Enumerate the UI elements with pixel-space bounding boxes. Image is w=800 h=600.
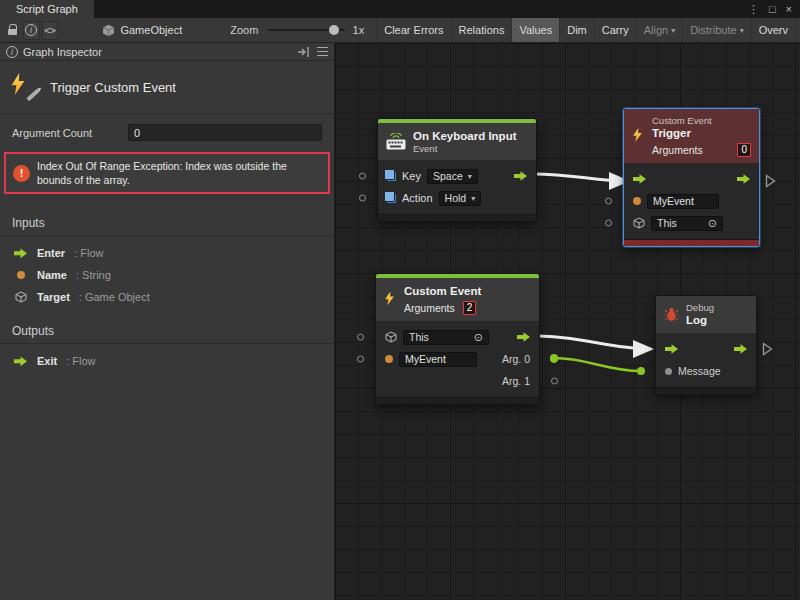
arguments-count-badge: 2 (463, 301, 477, 315)
gameobject-selector[interactable]: GameObject (102, 24, 182, 37)
align-button[interactable]: Align▾ (636, 18, 682, 42)
play-triangle-icon (762, 342, 773, 356)
unit-title-row: Trigger Custom Event (0, 61, 334, 114)
graph-canvas[interactable]: On Keyboard Input Event Key Space ▾ (335, 43, 800, 600)
node-footer (378, 214, 536, 221)
argument-count-input[interactable] (128, 124, 322, 141)
node-custom-event-arguments[interactable]: Custom Event Arguments 2 (375, 273, 540, 405)
node-title: Trigger (652, 126, 751, 140)
carry-button[interactable]: Carry (594, 18, 636, 42)
node-header: Custom Event Trigger Arguments 0 (624, 109, 759, 163)
value-input-port[interactable] (359, 195, 366, 202)
string-port-icon (385, 355, 393, 363)
overview-button[interactable]: Overv (751, 18, 796, 42)
value-input-port[interactable] (359, 173, 366, 180)
tab-script-graph[interactable]: Script Graph (0, 0, 94, 18)
relations-button[interactable]: Relations (451, 18, 512, 42)
graph-inspector-header: Graph Inspector (0, 43, 334, 61)
port-row-flow (624, 168, 759, 190)
toolbar-buttons: Clear Errors Relations Values Dim Carry … (376, 18, 796, 42)
keyboard-input-icon (386, 133, 406, 150)
flow-output-port[interactable] (517, 332, 530, 343)
zoom-slider[interactable] (268, 29, 344, 31)
node-trigger-custom-event[interactable]: Custom Event Trigger Arguments 0 (623, 108, 760, 247)
wire-arg0-to-message[interactable] (554, 358, 641, 371)
graph-inspector-panel: Graph Inspector Trigger Custom Event Arg… (0, 43, 335, 600)
message-port-icon[interactable] (665, 368, 672, 375)
gameobject-cube-icon (15, 291, 27, 303)
node-subtitle: Event (413, 143, 528, 154)
values-button[interactable]: Values (511, 18, 559, 42)
flow-input-port[interactable] (633, 174, 646, 185)
flow-arrow-icon (14, 248, 27, 259)
node-error-footer (624, 239, 759, 246)
code-icon (44, 25, 56, 36)
maximize-icon[interactable]: □ (769, 3, 776, 15)
titlebar: Script Graph ⋮ □ × (0, 0, 800, 18)
flow-input-port[interactable] (665, 344, 678, 355)
arg0-output-port[interactable] (550, 355, 558, 363)
value-input-port[interactable] (605, 220, 612, 227)
window-menu-icon[interactable]: ⋮ (748, 3, 759, 16)
info-icon (6, 46, 18, 58)
port-row-name-arg0: MyEvent Arg. 0 (376, 348, 539, 370)
target-dropdown[interactable]: This ⊙ (403, 330, 489, 345)
wire-arguments-to-log[interactable] (538, 336, 651, 349)
lock-button[interactable] (4, 21, 21, 40)
custom-event-icon (384, 292, 397, 308)
node-title: Custom Event (404, 284, 531, 298)
value-input-port[interactable] (357, 356, 364, 363)
node-category: Debug (686, 302, 748, 313)
port-row-key: Key Space ▾ (378, 165, 536, 187)
zoom-slider-knob[interactable] (329, 25, 339, 35)
wire-keyboard-to-trigger[interactable] (533, 174, 627, 181)
string-port-icon (633, 197, 641, 205)
port-row-flow (656, 338, 756, 360)
close-icon[interactable]: × (786, 3, 792, 15)
graph-toolbar: GameObject Zoom 1x Clear Errors Relation… (0, 18, 800, 43)
panel-menu-icon[interactable] (317, 47, 328, 56)
port-row-action: Action Hold ▾ (378, 187, 536, 209)
dim-button[interactable]: Dim (559, 18, 594, 42)
custom-event-icon (632, 128, 645, 144)
window-controls: ⋮ □ × (748, 0, 800, 18)
flow-output-port[interactable] (737, 174, 750, 185)
target-dropdown[interactable]: This ⊙ (651, 216, 723, 231)
code-view-button[interactable] (42, 21, 59, 40)
port-row-message: Message (656, 360, 756, 382)
flow-output-port[interactable] (734, 344, 747, 355)
chevron-down-icon: ▾ (468, 172, 472, 181)
outputs-section-title: Outputs (0, 308, 334, 343)
chevron-down-icon: ▾ (740, 26, 744, 35)
value-input-port[interactable] (357, 334, 364, 341)
target-picker-icon[interactable]: ⊙ (474, 332, 483, 343)
node-debug-log[interactable]: Debug Log Message (655, 295, 757, 395)
target-picker-icon[interactable]: ⊙ (708, 218, 717, 229)
node-category: Custom Event (652, 115, 751, 126)
clear-errors-button[interactable]: Clear Errors (376, 18, 450, 42)
arg1-output-port[interactable] (551, 378, 558, 385)
node-header: Debug Log (656, 296, 756, 333)
dock-icon[interactable] (297, 46, 310, 58)
flow-output-port[interactable] (514, 171, 527, 182)
event-name-field[interactable]: MyEvent (399, 352, 477, 367)
event-name-field[interactable]: MyEvent (647, 194, 719, 209)
info-button[interactable] (23, 21, 40, 40)
key-dropdown[interactable]: Space ▾ (427, 169, 478, 184)
input-port-name: Name : String (0, 264, 334, 286)
value-input-port[interactable] (605, 198, 612, 205)
keycode-icon (387, 194, 396, 203)
node-body: Message (656, 333, 756, 387)
argument-count-label: Argument Count (12, 127, 120, 139)
port-row-target: This ⊙ (624, 212, 759, 234)
node-on-keyboard-input[interactable]: On Keyboard Input Event Key Space ▾ (377, 118, 537, 222)
tab-title: Script Graph (16, 3, 78, 15)
distribute-button[interactable]: Distribute▾ (682, 18, 750, 42)
action-dropdown[interactable]: Hold ▾ (439, 191, 482, 206)
output-port-exit: Exit : Flow (0, 350, 334, 372)
unit-title: Trigger Custom Event (50, 80, 176, 95)
port-row-arg1: Arg. 1 (376, 370, 539, 392)
error-message-box: Index Out Of Range Exception: Index was … (4, 152, 330, 194)
zoom-label: Zoom (230, 24, 258, 36)
gameobject-cube-icon (633, 217, 645, 229)
